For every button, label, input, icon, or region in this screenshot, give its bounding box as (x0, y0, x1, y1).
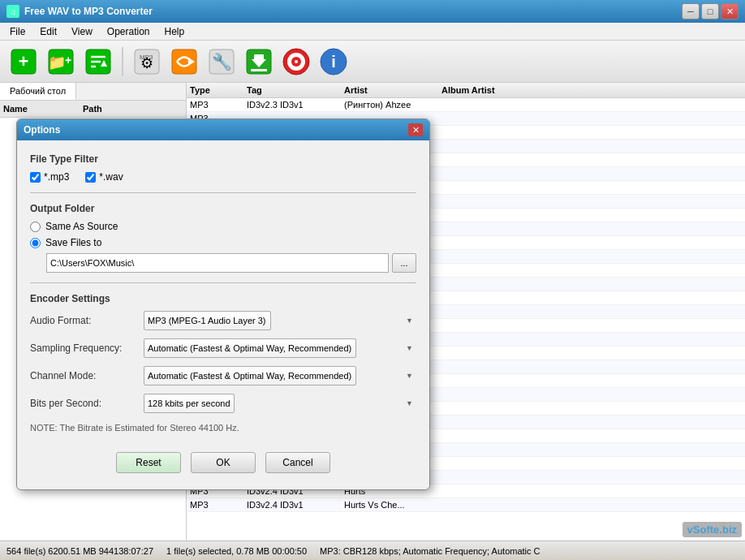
col-artist[interactable]: Artist (344, 85, 441, 95)
cell-extra (571, 376, 742, 386)
cell-extra (571, 265, 742, 275)
cell-album-artist (441, 321, 571, 330)
table-header: Type Tag Artist Album Artist (187, 83, 745, 98)
svg-text:i: i (331, 53, 336, 71)
bits-per-second-select[interactable]: 128 kbits per second (144, 394, 235, 413)
dialog-title-bar: Options ✕ (17, 119, 429, 140)
col-type[interactable]: Type (190, 85, 247, 95)
status-selection: 1 file(s) selected, 0.78 MB 00:00:50 (166, 546, 307, 556)
cell-extra (571, 431, 742, 441)
cell-extra (571, 210, 742, 220)
output-folder-section-title: Output Folder (30, 203, 416, 214)
save-files-to-label[interactable]: Save Files to (30, 237, 416, 248)
cell-extra (571, 348, 742, 358)
folder-browse-btn[interactable]: ... (392, 253, 416, 273)
cell-tag: ID3v2.3 ID3v1 (247, 100, 344, 110)
add-folder-btn[interactable]: 📁 + (44, 45, 78, 79)
convert-btn[interactable] (167, 45, 201, 79)
cell-extra (571, 500, 742, 510)
cell-extra (571, 155, 742, 165)
bits-per-second-label: Bits per Second: (30, 398, 144, 409)
save-files-to-radio[interactable] (30, 238, 41, 248)
sampling-freq-select[interactable]: Automatic (Fastest & Optimal Way, Recomm… (144, 338, 356, 358)
maximize-button[interactable]: □ (701, 3, 719, 19)
mp3-checkbox-label[interactable]: *.mp3 (30, 171, 69, 183)
menu-help[interactable]: Help (158, 24, 192, 39)
channel-mode-select[interactable]: Automatic (Fastest & Optimal Way, Recomm… (144, 366, 356, 386)
file-tab-desktop[interactable]: Рабочий стол (0, 83, 76, 100)
cell-album-artist (441, 348, 571, 358)
svg-text:+: + (65, 54, 71, 67)
svg-rect-19 (254, 54, 264, 60)
audio-format-select[interactable]: MP3 (MPEG-1 Audio Layer 3) (144, 311, 271, 330)
cell-album-artist (441, 127, 571, 137)
cell-extra (571, 100, 742, 110)
cell-extra (571, 196, 742, 206)
add-files-btn[interactable]: + (6, 45, 41, 79)
close-button[interactable]: ✕ (721, 3, 739, 19)
channel-mode-row: Channel Mode: Automatic (Fastest & Optim… (30, 366, 416, 386)
cell-artist: (Рингтон) Ahzee (344, 100, 441, 110)
cell-album-artist (441, 334, 571, 344)
wav-checkbox-label[interactable]: *.wav (85, 171, 123, 183)
mp3-checkbox[interactable] (30, 172, 41, 183)
ok-button[interactable]: OK (191, 452, 256, 473)
table-row[interactable]: MP3 ID3v2.3 ID3v1 (Рингтон) Ahzee (187, 98, 745, 112)
toolbar-sep-1 (122, 47, 123, 76)
wav-checkbox[interactable] (85, 172, 96, 183)
same-as-source-radio[interactable] (30, 222, 41, 232)
menu-edit[interactable]: Edit (33, 24, 63, 39)
sort-btn[interactable] (81, 45, 115, 79)
options-btn[interactable]: ⚙ MP3 (130, 45, 164, 79)
same-as-source-label[interactable]: Same As Source (30, 221, 416, 232)
cell-extra (571, 472, 742, 482)
cell-album-artist (441, 169, 571, 179)
reset-button[interactable]: Reset (116, 452, 181, 473)
svg-text:🔧: 🔧 (212, 52, 232, 71)
divider-2 (30, 282, 416, 283)
tools-btn[interactable]: 🔧 (205, 45, 239, 79)
info-btn[interactable]: i (317, 45, 351, 79)
table-row[interactable]: MP3 ID3v2.4 ID3v1 Hurts Vs Che... (187, 498, 745, 512)
cell-extra (571, 183, 742, 192)
app-title: Free WAV to MP3 Converter (24, 6, 153, 17)
cell-album-artist (441, 183, 571, 192)
cell-extra (571, 486, 742, 496)
same-as-source-text: Same As Source (45, 221, 118, 232)
cell-album-artist (441, 445, 571, 454)
col-tag[interactable]: Tag (247, 85, 344, 95)
cell-tag: ID3v2.4 ID3v1 (247, 500, 344, 510)
app-icon: ♫ (6, 5, 19, 18)
cell-album-artist (441, 486, 571, 496)
menu-operation[interactable]: Operation (101, 24, 157, 39)
menu-file[interactable]: File (3, 24, 32, 39)
cancel-button[interactable]: Cancel (265, 452, 330, 473)
cell-album-artist (441, 265, 571, 275)
cell-album-artist (441, 431, 571, 441)
title-bar-left: ♫ Free WAV to MP3 Converter (6, 5, 153, 18)
cell-extra (571, 114, 742, 123)
cell-album-artist (441, 141, 571, 151)
folder-path-input[interactable] (46, 253, 389, 273)
dialog-close-btn[interactable]: ✕ (408, 123, 423, 136)
help-btn[interactable] (279, 45, 313, 79)
audio-format-row: Audio Format: MP3 (MPEG-1 Audio Layer 3) (30, 311, 416, 330)
file-panel-tabs: Рабочий стол (0, 83, 186, 101)
sampling-freq-label: Sampling Frequency: (30, 342, 144, 354)
cell-album-artist (441, 252, 571, 261)
divider-1 (30, 192, 416, 193)
bits-per-second-select-wrapper: 128 kbits per second (144, 394, 416, 413)
cell-extra (571, 403, 742, 413)
cell-artist: Hurts Vs Che... (344, 500, 441, 510)
file-type-checkboxes: *.mp3 *.wav (30, 171, 416, 183)
sampling-freq-select-wrapper: Automatic (Fastest & Optimal Way, Recomm… (144, 338, 416, 358)
col-album-artist[interactable]: Album Artist (441, 85, 571, 95)
cell-album-artist (441, 403, 571, 413)
svg-text:MP3: MP3 (140, 54, 153, 61)
cell-extra (571, 127, 742, 137)
cell-extra (571, 279, 742, 289)
download-btn[interactable] (242, 45, 276, 79)
dialog-buttons: Reset OK Cancel (30, 446, 416, 476)
minimize-button[interactable]: ─ (682, 3, 700, 19)
menu-view[interactable]: View (65, 24, 99, 39)
